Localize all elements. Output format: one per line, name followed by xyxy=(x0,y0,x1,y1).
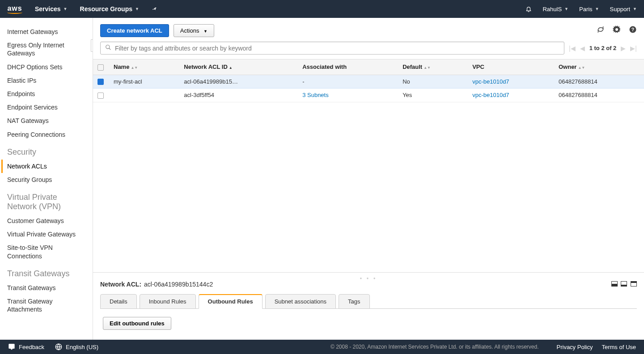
table-row[interactable]: acl-3df5ff54 3 Subnets Yes vpc-be1010d7 … xyxy=(93,88,644,102)
panel-layout-3[interactable] xyxy=(631,281,637,287)
sidebar-item-internet-gateways[interactable]: Internet Gateways xyxy=(7,25,87,38)
cell-vpc: vpc-be1010d7 xyxy=(468,88,554,102)
panel-layout-2[interactable] xyxy=(621,281,627,287)
cell-name: my-first-acl xyxy=(109,75,179,88)
sidebar-item-dhcp-options[interactable]: DHCP Options Sets xyxy=(7,60,87,74)
filter-row: |◀ ◀ 1 to 2 of 2 ▶ ▶| xyxy=(100,42,637,55)
sidebar-item-peering-connections[interactable]: Peering Connections xyxy=(7,128,87,141)
vpc-link[interactable]: vpc-be1010d7 xyxy=(472,78,509,85)
cell-acl-id: acl-3df5ff54 xyxy=(179,88,298,102)
search-icon xyxy=(105,44,111,52)
sort-icon: ▲▼ xyxy=(424,67,431,69)
nav-notifications[interactable] xyxy=(525,6,532,12)
cell-associated: 3 Subnets xyxy=(298,88,398,102)
table-row[interactable]: my-first-acl acl-06a419989b15… - No vpc-… xyxy=(93,75,644,88)
page-last-icon[interactable]: ▶| xyxy=(630,45,637,52)
cell-associated: - xyxy=(298,75,398,88)
nav-resource-groups-label: Resource Groups xyxy=(80,5,132,13)
col-default[interactable]: Default▲▼ xyxy=(398,59,468,75)
sidebar-item-nat-gateways[interactable]: NAT Gateways xyxy=(7,114,87,127)
toolbar: Create network ACL Actions ▼ ? xyxy=(93,18,644,42)
col-associated[interactable]: Associated with xyxy=(298,59,398,75)
tab-tags[interactable]: Tags xyxy=(339,294,369,309)
gear-icon[interactable] xyxy=(613,25,621,36)
filter-box[interactable] xyxy=(100,42,564,55)
sidebar-item-virtual-private-gateways[interactable]: Virtual Private Gateways xyxy=(7,228,87,241)
tab-outbound-rules[interactable]: Outbound Rules xyxy=(199,294,263,309)
caret-down-icon: ▼ xyxy=(203,29,208,34)
sidebar-item-security-groups[interactable]: Security Groups xyxy=(7,173,87,186)
sidebar-item-transit-gateways[interactable]: Transit Gateways xyxy=(7,281,87,295)
col-name[interactable]: Name▲▼ xyxy=(109,59,179,75)
panel-drag-handle[interactable]: ● ● ● xyxy=(100,276,637,280)
detail-title: Network ACL: xyxy=(100,281,141,288)
caret-down-icon: ▼ xyxy=(633,7,637,11)
filter-input[interactable] xyxy=(115,45,559,52)
tab-inbound-rules[interactable]: Inbound Rules xyxy=(140,294,196,309)
row-checkbox[interactable] xyxy=(97,93,104,99)
edit-outbound-rules-button[interactable]: Edit outbound rules xyxy=(103,317,171,330)
select-all-checkbox[interactable] xyxy=(97,64,104,71)
caret-down-icon: ▼ xyxy=(135,7,139,11)
footer-feedback-label: Feedback xyxy=(19,344,44,350)
nav-support-label: Support xyxy=(610,6,631,13)
globe-icon xyxy=(55,343,62,350)
help-icon[interactable]: ? xyxy=(629,25,637,36)
sidebar: ◀ Internet Gateways Egress Only Internet… xyxy=(0,18,93,340)
sidebar-item-network-acls[interactable]: Network ACLs xyxy=(1,160,87,173)
caret-down-icon: ▼ xyxy=(564,7,568,11)
svg-text:?: ? xyxy=(631,27,634,32)
page-next-icon[interactable]: ▶ xyxy=(621,45,626,52)
nav-user[interactable]: RahulS ▼ xyxy=(542,6,568,13)
cell-default: Yes xyxy=(398,88,468,102)
vpc-link[interactable]: vpc-be1010d7 xyxy=(472,92,509,98)
nav-resource-groups[interactable]: Resource Groups ▼ xyxy=(80,5,139,13)
sidebar-item-egress-only-igw[interactable]: Egress Only Internet Gateways xyxy=(7,38,87,60)
cell-acl-id: acl-06a419989b15… xyxy=(179,75,298,88)
sidebar-item-endpoints[interactable]: Endpoints xyxy=(7,87,87,101)
nav-region-label: Paris xyxy=(579,6,593,13)
tab-details[interactable]: Details xyxy=(100,294,137,309)
acl-table-container: Name▲▼ Network ACL ID▲ Associated with D… xyxy=(93,59,644,272)
page-prev-icon[interactable]: ◀ xyxy=(580,45,585,52)
footer-feedback[interactable]: Feedback xyxy=(8,343,44,350)
nav-support[interactable]: Support ▼ xyxy=(610,6,637,13)
panel-layout-toggles xyxy=(610,281,637,288)
nav-pin-icon[interactable] xyxy=(152,6,158,12)
nav-user-label: RahulS xyxy=(542,6,562,13)
tab-body-outbound-rules: Edit outbound rules xyxy=(100,308,637,333)
sidebar-item-elastic-ips[interactable]: Elastic IPs xyxy=(7,74,87,87)
detail-tabs: DetailsInbound RulesOutbound RulesSubnet… xyxy=(100,294,637,308)
detail-acl-id: acl-06a419989b15144c2 xyxy=(144,281,213,288)
refresh-icon[interactable] xyxy=(597,25,605,36)
sort-up-icon: ▲ xyxy=(229,67,233,69)
col-vpc[interactable]: VPC xyxy=(468,59,554,75)
col-owner[interactable]: Owner▲▼ xyxy=(554,59,644,75)
page-indicator: 1 to 2 of 2 xyxy=(589,45,617,51)
sidebar-item-transit-gateway-attachments[interactable]: Transit Gateway Attachments xyxy=(7,295,87,316)
footer-language[interactable]: English (US) xyxy=(55,343,98,350)
create-network-acl-button[interactable]: Create network ACL xyxy=(100,24,169,37)
content-area: Create network ACL Actions ▼ ? xyxy=(93,18,644,340)
aws-logo[interactable]: aws xyxy=(7,4,22,14)
footer-terms[interactable]: Terms of Use xyxy=(602,344,636,350)
col-acl-id[interactable]: Network ACL ID▲ xyxy=(179,59,298,75)
tab-subnet-associations[interactable]: Subnet associations xyxy=(265,294,336,309)
svg-point-2 xyxy=(106,45,110,49)
page-first-icon[interactable]: |◀ xyxy=(569,45,576,52)
assoc-link[interactable]: 3 Subnets xyxy=(302,92,329,98)
cell-owner: 064827688814 xyxy=(554,88,644,102)
nav-region[interactable]: Paris ▼ xyxy=(579,6,599,13)
sidebar-item-site-to-site-vpn[interactable]: Site-to-Site VPN Connections xyxy=(7,241,87,262)
footer-privacy[interactable]: Privacy Policy xyxy=(557,344,593,350)
chat-icon xyxy=(8,343,15,350)
sidebar-item-endpoint-services[interactable]: Endpoint Services xyxy=(7,101,87,114)
row-checkbox[interactable] xyxy=(97,79,104,85)
sidebar-section-security: Security xyxy=(7,141,87,160)
actions-button[interactable]: Actions ▼ xyxy=(174,24,214,37)
sidebar-item-customer-gateways[interactable]: Customer Gateways xyxy=(7,214,87,228)
sidebar-collapse-toggle[interactable]: ◀ xyxy=(91,39,93,52)
panel-layout-1[interactable] xyxy=(611,281,618,287)
cell-name xyxy=(109,88,179,102)
nav-services[interactable]: Services ▼ xyxy=(35,5,68,13)
